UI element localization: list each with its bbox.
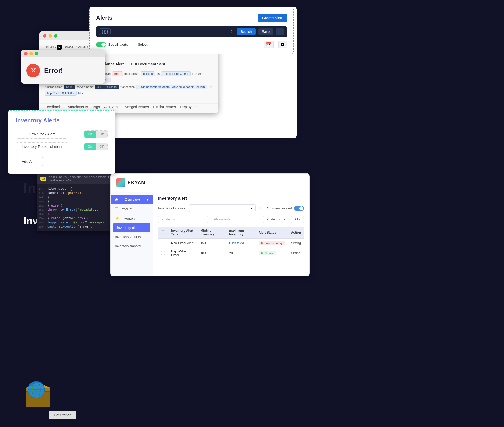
js-badge: JS [40,177,46,181]
ekyam-logo: EKYAM [116,178,145,187]
tab-allevents[interactable]: All Events [104,104,120,110]
ekyam-sidebar: ⊙ Overview ▾ ☰ Product ⚡ Inventory Inven… [111,192,153,276]
ekyam-header: EKYAM [111,174,309,192]
tag-runtimename-label: runtime.name [45,85,62,88]
help-icon: ? [229,29,234,34]
close-icon[interactable] [24,52,28,55]
product-label: Product [120,207,132,211]
product-name-filter[interactable]: Product n... [158,216,208,223]
please-enter-filter[interactable]: Please ente... [211,216,260,223]
box-globe-svg [21,372,58,409]
all-filter[interactable]: All ▾ [291,216,304,223]
toggle-on-2[interactable]: On [84,143,96,150]
th-max-inventory: maximum Inventory [226,227,255,239]
get-started-button[interactable]: Get Started [49,411,76,419]
status-badge-normal: Normal [259,251,276,255]
low-stock-alert-item: Low Stock Alert On Off [16,130,108,139]
product-s-filter[interactable]: Product s... ▾ [263,216,288,223]
sidebar-item-inventory-alert[interactable]: Inventory alert [113,223,150,232]
minimize-icon[interactable] [49,34,52,38]
inventory-location-row: Inventory location ▾ Turn On inventory a… [158,204,304,212]
more-options-button[interactable]: ... [276,28,284,35]
search-button[interactable]: Search [237,28,255,35]
turn-on-label: Turn On inventory alert [260,207,292,210]
sidebar-item-inventory-transfer[interactable]: Inventory transfer [111,241,153,251]
row2-max: 200+ [226,247,255,259]
table-header-row: Inventory Alert Type Minimum Inventory m… [158,227,304,239]
overview-nav-item[interactable]: ⊙ Overview ▾ [111,195,153,204]
inventory-label: Inventory [122,217,135,220]
turn-on-toggle[interactable] [294,206,304,211]
toggle-off[interactable]: Off [96,131,107,138]
tag-generic: generic [141,71,155,76]
tab-replays[interactable]: Replays 0 [180,104,196,110]
row2-status: Normal [255,247,288,259]
low-stock-toggle[interactable]: On Off [84,130,108,138]
create-alert-button[interactable]: Create alert [258,14,287,22]
inv-replenishment-toggle[interactable]: On Off [84,143,108,150]
row2-checkbox [158,247,168,259]
status-dot-green [261,252,263,254]
sidebar-item-inventory[interactable]: ⚡ Inventory [111,214,153,223]
inventory-alert-table: Inventory Alert Type Minimum Inventory m… [158,227,304,259]
turn-on-inventory-alert-row: Turn On inventory alert [260,206,304,211]
tag-transaction-label: transaction [120,85,135,88]
alerts-panel: Alerts Create alert {@} ? Search Save ..… [89,8,294,54]
tab-mergedissues[interactable]: Merged Issues [125,104,149,110]
toggle-off-2[interactable]: Off [96,143,107,150]
inventory-location-label: Inventory location [158,206,185,210]
calendar-icon[interactable]: 📅 [264,41,274,48]
row2-min: 100 [197,247,226,259]
close-icon[interactable] [43,34,46,38]
all-label: All [295,218,298,221]
filter-icon-2: ▾ [299,218,301,221]
save-button[interactable]: Save [258,28,274,35]
tag-serverval: 338482d13a4e [95,85,119,89]
select-label: Select [138,43,147,46]
inventory-icon: ⚡ [115,216,119,220]
tag-osname-label: os.name [192,72,203,75]
alerts-title: Alerts [96,14,112,21]
overview-label: Overview [125,198,140,202]
tags-row-2: runtime.name node server_name 338482d13a… [45,85,213,96]
minimize-icon[interactable] [29,52,33,55]
filter-icon: ▾ [284,218,285,221]
toggle-thumb [101,43,106,47]
inventory-location-select[interactable]: ▾ [189,204,256,212]
maximize-icon[interactable] [54,34,57,38]
tab-tags[interactable]: Tags [92,104,100,110]
inventory-alert-label: Inventory alert [117,226,139,230]
see-all-toggle[interactable]: See all alerts [96,42,128,47]
row1-max[interactable]: Click to edit [226,239,255,247]
tag-mechanism-label: mechanism [124,72,139,75]
edi-document-tab[interactable]: EDI Document Sent [131,62,165,67]
filter-icon[interactable]: ⛭ [278,41,287,48]
toggle-on[interactable]: On [84,131,96,138]
sidebar-item-product[interactable]: ☰ Product [111,204,153,214]
maximize-icon[interactable] [35,52,38,55]
replays-badge: 0 [195,106,196,109]
tab-attachments[interactable]: Attachments [68,104,88,110]
filter-row: Product n... Please ente... Product s...… [158,216,304,223]
tag-level-label: level [104,72,111,75]
row1-type: New Order Alert [168,239,197,247]
breadcrumb-issues: Issues [45,45,54,49]
row1-action[interactable]: Setting [288,239,304,247]
product-name-placeholder: Product n... [161,218,177,221]
tab-feedback[interactable]: Feedback 0 [45,104,64,110]
select-checkbox[interactable] [133,43,136,46]
th-checkbox [158,227,168,239]
add-alert-button[interactable]: Add Alert [16,157,43,166]
feedback-badge: 0 [62,106,63,109]
more-tags-link[interactable]: Mor... [78,92,86,95]
search-input[interactable] [113,29,226,35]
low-stock-alert-label: Low Stock Alert [16,130,68,139]
alerts-search-bar: {@} ? Search Save ... [96,26,287,37]
toggle-track [96,42,106,47]
sidebar-item-inventory-counts[interactable]: Inventory Counts [111,232,153,241]
tag-transaction-val: Page.generateMetadata ({/[dyanmic-page]/… [136,85,207,89]
inv-replenishment-label: Inventory Replenishment [16,142,68,151]
th-alert-type: Inventory Alert Type [168,227,197,239]
row2-action[interactable]: setting [288,247,304,259]
tab-similarissues[interactable]: Similar Issues [153,104,176,110]
